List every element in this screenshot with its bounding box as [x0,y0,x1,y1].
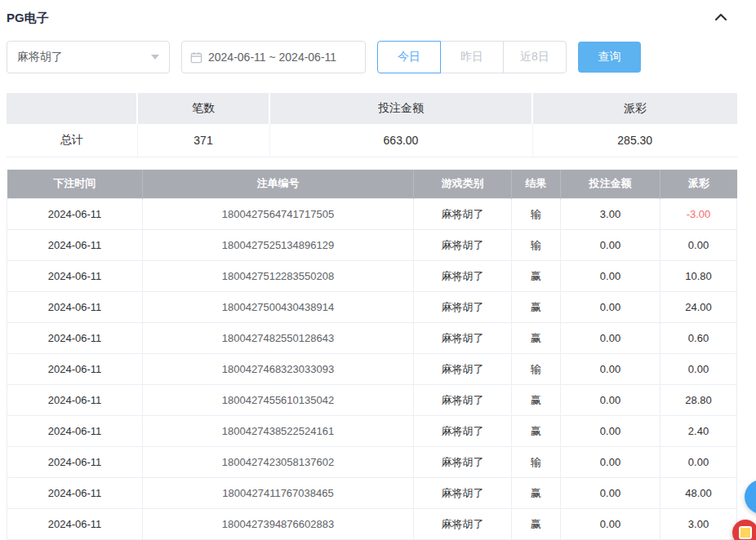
game-type-cell: 麻将胡了 [414,447,512,478]
result-cell: 输 [512,447,561,478]
bet-table-body: 2024-06-111800427564741717505麻将胡了输3.00-3… [7,199,737,540]
panel-header: PG电子 [0,0,756,26]
game-select-value: 麻将胡了 [17,50,63,64]
order-id-cell: 1800427394876602883 [143,509,414,540]
summary-total-row: 总计 371 663.00 285.30 [7,124,737,157]
result-cell: 赢 [512,292,561,323]
column-header: 派彩 [660,170,737,199]
bet-time-cell: 2024-06-11 [7,323,143,354]
panel-title: PG电子 [7,11,49,26]
payout-cell: 10.80 [660,261,737,292]
floating-promo-button[interactable] [732,520,756,540]
search-button[interactable]: 查询 [578,42,641,73]
game-type-cell: 麻将胡了 [414,509,512,540]
summary-header-bet-amount: 投注金额 [269,93,532,124]
chevron-up-icon [714,11,728,26]
column-header: 下注时间 [7,170,143,199]
payout-cell: 24.00 [660,292,737,323]
result-cell: 输 [512,199,561,230]
payout-cell: 2.40 [660,416,737,447]
result-cell: 输 [512,230,561,261]
bet-amount-cell: 0.00 [561,385,660,416]
order-id-cell: 1800427482550128643 [143,323,414,354]
bet-amount-cell: 0.00 [561,261,660,292]
today-button[interactable]: 今日 [377,41,441,73]
summary-table: 笔数 投注金额 派彩 总计 371 663.00 285.30 [7,93,737,157]
summary-total-label: 总计 [7,124,137,157]
game-type-cell: 麻将胡了 [414,416,512,447]
summary-total-payout: 285.30 [532,124,737,157]
summary-header-row: 笔数 投注金额 派彩 [7,93,737,124]
bet-amount-cell: 3.00 [561,199,660,230]
bet-table: 下注时间注单编号游戏类别结果投注金额派彩 2024-06-11180042756… [7,170,737,540]
bet-time-cell: 2024-06-11 [7,230,143,261]
payout-cell: 0.60 [660,323,737,354]
bet-time-cell: 2024-06-11 [7,292,143,323]
chevron-down-icon [151,55,159,60]
order-id-cell: 1800427525134896129 [143,230,414,261]
result-cell: 赢 [512,478,561,509]
bet-table-header-row: 下注时间注单编号游戏类别结果投注金额派彩 [7,170,737,199]
table-row: 2024-06-111800427468323033093麻将胡了输0.000.… [7,354,737,385]
column-header: 游戏类别 [414,170,512,199]
order-id-cell: 1800427500430438914 [143,292,414,323]
payout-cell: 0.00 [660,230,737,261]
payout-cell: -3.00 [660,199,737,230]
column-header: 注单编号 [143,170,414,199]
column-header: 结果 [512,170,561,199]
game-type-cell: 麻将胡了 [414,354,512,385]
summary-total-bet-amount: 663.00 [269,124,532,157]
table-row: 2024-06-111800427411767038465麻将胡了赢0.0048… [7,478,737,509]
bet-amount-cell: 0.00 [561,478,660,509]
summary-total-count: 371 [137,124,269,157]
order-id-cell: 1800427411767038465 [143,478,414,509]
bet-amount-cell: 0.00 [561,323,660,354]
order-id-cell: 1800427512283550208 [143,261,414,292]
floating-chat-button[interactable] [745,480,756,514]
summary-header-payout: 派彩 [532,93,737,124]
order-id-cell: 1800427438522524161 [143,416,414,447]
table-row: 2024-06-111800427564741717505麻将胡了输3.00-3… [7,199,737,230]
bet-amount-cell: 0.00 [561,416,660,447]
result-cell: 输 [512,354,561,385]
payout-cell: 0.00 [660,354,737,385]
payout-cell: 28.80 [660,385,737,416]
game-type-cell: 麻将胡了 [414,323,512,354]
bet-time-cell: 2024-06-11 [7,385,143,416]
order-id-cell: 1800427455610135042 [143,385,414,416]
quick-date-buttons: 今日 昨日 近8日 [377,41,567,73]
bet-amount-cell: 0.00 [561,447,660,478]
collapse-panel-button[interactable] [714,10,748,26]
game-select[interactable]: 麻将胡了 [7,41,170,73]
game-type-cell: 麻将胡了 [414,478,512,509]
date-range-picker[interactable]: 2024-06-11 ~ 2024-06-11 [181,41,366,73]
order-id-cell: 1800427468323033093 [143,354,414,385]
bet-time-cell: 2024-06-11 [7,261,143,292]
table-row: 2024-06-111800427455610135042麻将胡了赢0.0028… [7,385,737,416]
payout-cell: 3.00 [660,509,737,540]
payout-cell: 0.00 [660,447,737,478]
calendar-icon [190,51,202,64]
bet-time-cell: 2024-06-11 [7,354,143,385]
table-row: 2024-06-111800427423058137602麻将胡了输0.000.… [7,447,737,478]
result-cell: 赢 [512,261,561,292]
summary-header-empty [7,93,137,124]
result-cell: 赢 [512,416,561,447]
payout-cell: 48.00 [660,478,737,509]
table-row: 2024-06-111800427482550128643麻将胡了赢0.000.… [7,323,737,354]
bet-time-cell: 2024-06-11 [7,416,143,447]
yesterday-button[interactable]: 昨日 [440,41,504,73]
last-8-days-button[interactable]: 近8日 [503,41,567,73]
game-type-cell: 麻将胡了 [414,230,512,261]
bet-amount-cell: 0.00 [561,292,660,323]
filter-row: 麻将胡了 2024-06-11 ~ 2024-06-11 今日 昨日 近8日 查… [0,41,756,73]
table-row: 2024-06-111800427500430438914麻将胡了赢0.0024… [7,292,737,323]
summary-header-count: 笔数 [137,93,269,124]
result-cell: 赢 [512,323,561,354]
result-cell: 赢 [512,385,561,416]
table-row: 2024-06-111800427438522524161麻将胡了赢0.002.… [7,416,737,447]
bet-time-cell: 2024-06-11 [7,509,143,540]
game-type-cell: 麻将胡了 [414,199,512,230]
column-header: 投注金额 [561,170,660,199]
game-type-cell: 麻将胡了 [414,292,512,323]
